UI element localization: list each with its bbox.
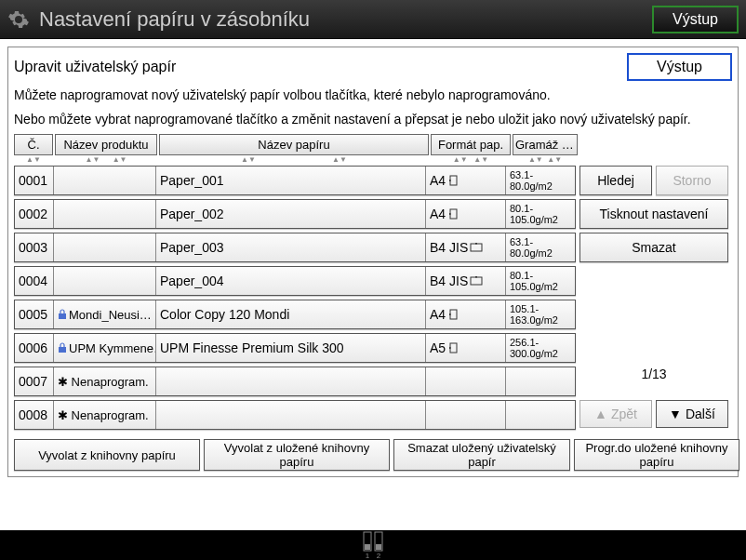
cell-format: A5 <box>426 334 506 362</box>
cell-name: UPM Finesse Premium Silk 300 <box>156 334 426 362</box>
print-settings-button[interactable]: Tisknout nastavení <box>579 199 728 229</box>
pager-next-button[interactable]: ▼Další <box>656 400 728 428</box>
orientation-landscape-icon <box>470 242 483 253</box>
search-button[interactable]: Hledej <box>579 166 652 195</box>
cell-name: Paper_002 <box>156 200 426 228</box>
cell-name: Paper_003 <box>156 233 426 261</box>
table-row[interactable]: 0001Paper_001A463.1-80.0g/m2 <box>14 166 576 195</box>
cell-product <box>54 267 156 295</box>
header-gram[interactable]: Gramáž pap. <box>513 134 578 155</box>
tray-label-2: 2 <box>377 552 380 560</box>
pager-prev-button: ▲Zpět <box>579 400 652 428</box>
table-row[interactable]: 0002Paper_002A480.1-105.0g/m2 <box>14 199 576 229</box>
cell-gram: 256.1-300.0g/m2 <box>506 334 571 362</box>
status-bar: 1 2 <box>0 530 746 560</box>
table-row[interactable]: 0005Mondi_Neusi…Color Copy 120 MondiA410… <box>14 300 576 329</box>
cell-no: 0005 <box>15 300 54 328</box>
rows-container: 0001Paper_001A463.1-80.0g/m2HledejStorno… <box>14 166 732 430</box>
output-button[interactable]: Výstup <box>627 53 732 81</box>
exit-button[interactable]: Výstup <box>652 6 739 33</box>
header-name[interactable]: Název papíru <box>159 134 429 155</box>
table-row-wrap: 0002Paper_002A480.1-105.0g/m2Tisknout na… <box>14 199 732 229</box>
cell-name: Paper_004 <box>156 267 426 295</box>
svg-rect-2 <box>471 244 482 251</box>
cell-name: Color Copy 120 Mondi <box>156 300 426 328</box>
sort-icon: ▲▼ <box>14 156 53 164</box>
svg-rect-7 <box>450 343 457 353</box>
title-bar: Nastavení papíru v zásobníku Výstup <box>0 0 746 39</box>
cell-product <box>54 233 156 261</box>
tray-label-1: 1 <box>366 552 369 560</box>
tray-icon <box>363 531 372 552</box>
cell-format: A4 <box>426 167 506 194</box>
cell-format: A4 <box>426 300 506 328</box>
cell-product: ✱ Nenaprogram. <box>54 401 156 429</box>
cell-no: 0004 <box>15 267 54 295</box>
cell-no: 0003 <box>15 233 54 261</box>
cell-gram: 80.1-105.0g/m2 <box>506 267 571 295</box>
cell-format <box>426 367 506 395</box>
svg-rect-0 <box>450 176 457 185</box>
table-row[interactable]: 0003Paper_003B4 JIS63.1-80.0g/m2 <box>14 233 576 262</box>
action-group: HledejStorno <box>579 166 728 195</box>
table-row-wrap: 0004Paper_004B4 JIS80.1-105.0g/m2 <box>14 266 732 296</box>
svg-rect-11 <box>376 544 381 550</box>
cancel-button: Storno <box>656 166 728 195</box>
pager-label-wrap: 1/13 <box>579 367 728 396</box>
cell-no: 0001 <box>15 167 54 194</box>
header-product[interactable]: Název produktu <box>55 134 157 155</box>
cell-gram: 63.1-80.0g/m2 <box>506 233 571 261</box>
sort-arrows: ▲▼ ▲▼ ▲▼ ▲▼ ▲▼ ▲▼ ▲▼ ▲▼ ▲▼ <box>14 156 732 164</box>
cell-gram: 105.1-163.0g/m2 <box>506 300 571 328</box>
delete-button[interactable]: Smazat <box>579 233 728 262</box>
panel-title: Upravit uživatelský papír <box>14 59 627 75</box>
gear-icon <box>7 8 30 31</box>
orientation-portrait-icon <box>447 309 460 320</box>
sort-icon: ▲▼ ▲▼ <box>513 156 578 164</box>
pager-label: 1/13 <box>579 367 728 381</box>
main-panel: Upravit uživatelský papír Výstup Můžete … <box>7 47 739 477</box>
svg-rect-1 <box>450 209 457 219</box>
table-row[interactable]: 0007✱ Nenaprogram. <box>14 367 576 396</box>
header-no[interactable]: Č. <box>14 134 53 155</box>
sort-icon: ▲▼ ▲▼ <box>55 156 157 164</box>
cell-no: 0008 <box>15 401 54 429</box>
sort-icon: ▲▼ ▲▼ <box>159 156 429 164</box>
lock-icon <box>58 342 67 353</box>
triangle-down-icon: ▼ <box>669 407 682 421</box>
table-row-wrap: 0007✱ Nenaprogram.1/13 <box>14 367 732 396</box>
program-to-saved-library-button[interactable]: Progr.do uložené knihovny papíru <box>574 439 739 471</box>
svg-rect-9 <box>365 544 370 550</box>
cell-gram: 80.1-105.0g/m2 <box>506 200 571 228</box>
orientation-portrait-icon <box>447 175 460 186</box>
cell-name <box>156 367 426 395</box>
cell-name <box>156 401 426 429</box>
page-title: Nastavení papíru v zásobníku <box>39 7 652 32</box>
svg-rect-3 <box>471 277 482 285</box>
cell-gram <box>506 367 571 395</box>
table-header-row: Č. Název produktu Název papíru Formát pa… <box>14 134 732 155</box>
table-row-wrap: 0003Paper_003B4 JIS63.1-80.0g/m2Smazat <box>14 233 732 262</box>
cell-product <box>54 167 156 194</box>
cell-format <box>426 401 506 429</box>
recall-from-library-button[interactable]: Vyvolat z knihovny papíru <box>14 439 200 471</box>
table-row[interactable]: 0004Paper_004B4 JIS80.1-105.0g/m2 <box>14 266 576 296</box>
cell-product: UPM Kymmene… <box>54 334 156 362</box>
table-row[interactable]: 0008✱ Nenaprogram. <box>14 400 576 430</box>
header-format[interactable]: Formát pap. <box>431 134 511 155</box>
delete-saved-user-paper-button[interactable]: Smazat uložený uživatelský papír <box>393 439 570 471</box>
lock-icon <box>58 309 67 320</box>
table-row-wrap: 0005Mondi_Neusi…Color Copy 120 MondiA410… <box>14 300 732 329</box>
instruction-line-2: Nebo můžete vybrat naprogramované tlačít… <box>14 111 732 129</box>
cell-format: B4 JIS <box>426 233 506 261</box>
sort-icon: ▲▼ ▲▼ <box>431 156 511 164</box>
recall-from-saved-library-button[interactable]: Vyvolat z uložené knihovny papíru <box>204 439 390 471</box>
cell-product: Mondi_Neusi… <box>54 300 156 328</box>
cell-gram: 63.1-80.0g/m2 <box>506 167 571 194</box>
pager-buttons: ▲Zpět▼Další <box>579 400 728 430</box>
cell-name: Paper_001 <box>156 167 426 194</box>
cell-format: B4 JIS <box>426 267 506 295</box>
table-row[interactable]: 0006UPM Kymmene…UPM Finesse Premium Silk… <box>14 333 576 363</box>
orientation-landscape-icon <box>470 275 483 287</box>
svg-rect-6 <box>59 347 66 353</box>
